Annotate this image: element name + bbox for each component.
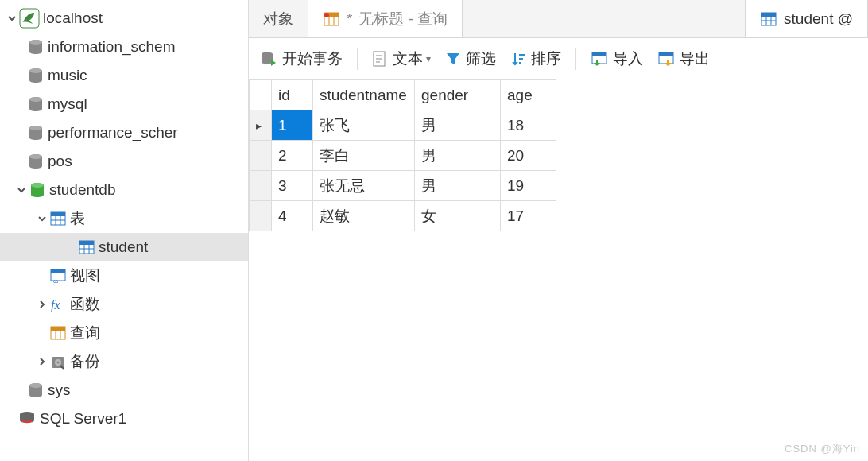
svg-rect-19 [79,241,94,245]
database-play-icon [260,50,277,68]
database-node[interactable]: music [0,61,248,90]
cell-age[interactable]: 19 [501,171,556,201]
table-icon [49,210,67,227]
table-row[interactable]: 4 赵敏 女 17 [250,201,556,231]
connection-node[interactable]: localhost [0,4,248,33]
data-grid[interactable]: id studentname gender age ▸ 1 张飞 男 18 [249,79,868,231]
database-label: mysql [48,95,87,113]
tab-objects[interactable]: 对象 [249,0,308,37]
watermark: CSDN @海Yin [785,442,860,456]
cell-gender[interactable]: 女 [415,201,501,231]
export-button[interactable]: 导出 [657,48,710,69]
cell-age[interactable]: 20 [501,141,556,171]
svg-rect-43 [761,13,776,17]
table-icon [760,10,777,28]
toolbar-label: 导入 [613,48,643,69]
text-button[interactable]: 文本 ▾ [372,48,431,69]
folder-label: 查询 [70,323,100,343]
column-header[interactable]: age [501,80,556,110]
cell-gender[interactable]: 男 [415,141,501,171]
caret-down-icon: ▾ [426,53,431,64]
cell-id[interactable]: 4 [272,201,313,231]
begin-transaction-button[interactable]: 开始事务 [260,48,343,69]
table-label: student [99,238,148,256]
chevron-right-icon[interactable] [35,300,49,309]
database-node[interactable]: pos [0,147,248,176]
view-icon: ∞ [49,267,67,285]
tab-table-label: student @ [784,10,853,28]
export-icon [657,50,675,68]
column-header[interactable]: studentname [313,80,415,110]
import-button[interactable]: 导入 [591,48,643,69]
query-icon [323,10,340,28]
tab-query[interactable]: * 无标题 - 查询 [308,0,463,37]
database-label: music [48,67,87,84]
tab-table[interactable]: student @ [745,0,868,37]
cell-studentname[interactable]: 张飞 [313,110,415,141]
connection-label: SQL Server1 [40,410,126,428]
svg-rect-28 [51,327,65,331]
chevron-right-icon[interactable] [35,357,49,366]
database-label: studentdb [49,181,115,199]
folder-label: 函数 [70,294,100,315]
table-node-student[interactable]: student [0,233,248,261]
svg-rect-56 [592,52,606,56]
column-header[interactable]: gender [415,80,501,110]
mysql-connection-icon [19,8,40,29]
chevron-down-icon[interactable] [14,185,29,195]
filter-button[interactable]: 筛选 [445,48,496,69]
query-icon [49,324,67,342]
table-icon [78,238,95,256]
table-row[interactable]: ▸ 1 张飞 男 18 [250,110,556,141]
views-folder[interactable]: ∞ 视图 [0,261,248,290]
database-node[interactable]: information_schem [0,33,248,61]
header-row: id studentname gender age [250,80,556,110]
table-row[interactable]: 2 李白 男 20 [250,141,556,171]
chevron-down-icon[interactable] [5,14,19,23]
text-file-icon [372,50,388,68]
svg-point-2 [29,40,42,45]
svg-rect-24 [51,269,65,273]
tables-folder[interactable]: 表 [0,204,248,233]
toolbar-label: 开始事务 [282,48,343,69]
database-node[interactable]: mysql [0,90,248,118]
cell-gender[interactable]: 男 [415,171,501,201]
svg-rect-58 [659,52,673,56]
svg-rect-14 [51,212,65,216]
tab-bar: 对象 * 无标题 - 查询 student @ [249,0,868,38]
cell-studentname[interactable]: 赵敏 [313,201,415,231]
database-label: information_schem [48,38,176,56]
toolbar-separator [357,48,358,70]
svg-point-8 [29,126,42,130]
cell-id[interactable]: 1 [272,110,313,141]
cell-age[interactable]: 17 [501,201,556,231]
import-icon [591,50,608,68]
tab-query-prefix: * [347,10,352,28]
queries-folder[interactable]: 查询 [0,319,248,347]
cell-studentname[interactable]: 李白 [313,141,415,171]
backups-folder[interactable]: 备份 [0,347,248,376]
toolbar-label: 文本 [393,48,423,69]
svg-point-6 [29,97,42,102]
column-header[interactable]: id [272,80,313,110]
cell-id[interactable]: 3 [272,171,313,201]
function-icon: fx [49,296,67,313]
tab-label: 对象 [263,9,293,29]
sort-button[interactable]: 排序 [510,48,561,69]
folder-label: 表 [70,208,85,229]
database-node[interactable]: sys [0,376,248,405]
connection-label: localhost [43,10,103,27]
cell-studentname[interactable]: 张无忌 [313,171,415,201]
chevron-down-icon[interactable] [35,214,49,223]
database-node-active[interactable]: studentdb [0,176,248,204]
toolbar-label: 导出 [680,48,710,69]
table-row[interactable]: 3 张无忌 男 19 [250,171,556,201]
functions-folder[interactable]: fx 函数 [0,290,248,319]
database-node[interactable]: performance_scher [0,118,248,147]
svg-point-33 [57,362,60,364]
sort-icon [510,51,526,67]
cell-gender[interactable]: 男 [415,110,501,141]
cell-age[interactable]: 18 [501,110,556,141]
connection-node-sqlserver[interactable]: SQL Server1 [0,405,248,433]
cell-id[interactable]: 2 [272,141,313,171]
